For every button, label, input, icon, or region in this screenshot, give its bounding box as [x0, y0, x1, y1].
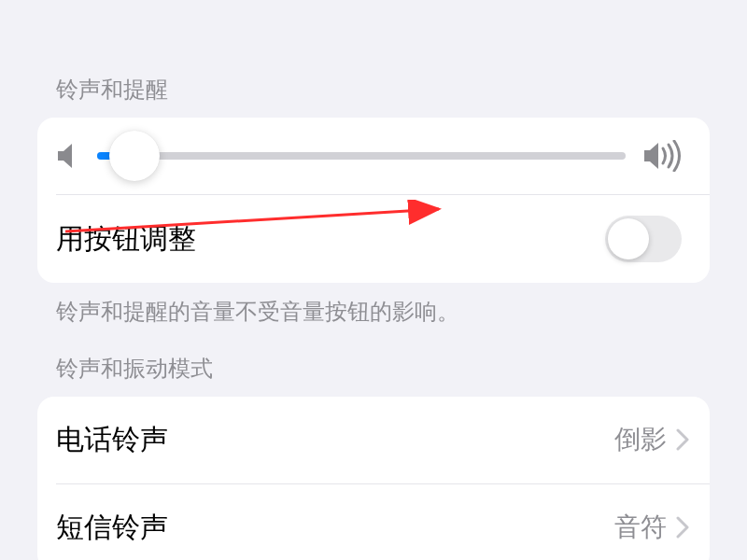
ringtone-value: 倒影 — [614, 422, 667, 457]
change-with-buttons-toggle[interactable] — [605, 216, 682, 262]
change-with-buttons-row: 用按钮调整 — [37, 195, 710, 283]
volume-low-icon — [56, 142, 80, 170]
row-right: 倒影 — [614, 422, 689, 457]
volume-high-icon — [642, 140, 682, 172]
section-header-ringer: 铃声和提醒 — [0, 75, 747, 118]
row-right: 音符 — [614, 510, 689, 545]
section-footer-ringer: 铃声和提醒的音量不受音量按钮的影响。 — [0, 283, 747, 328]
toggle-label: 用按钮调整 — [56, 220, 196, 259]
ringer-card: 用按钮调整 — [37, 118, 710, 283]
text-tone-value: 音符 — [614, 510, 667, 545]
volume-slider[interactable] — [97, 152, 626, 160]
volume-slider-row — [37, 118, 710, 194]
ringtone-label: 电话铃声 — [56, 421, 168, 459]
toggle-knob — [608, 218, 649, 259]
text-tone-row[interactable]: 短信铃声 音符 — [37, 484, 710, 560]
ringtone-card: 电话铃声 倒影 短信铃声 音符 — [37, 397, 710, 560]
volume-slider-thumb[interactable] — [109, 131, 160, 181]
ringtone-row[interactable]: 电话铃声 倒影 — [37, 397, 710, 483]
text-tone-label: 短信铃声 — [56, 509, 168, 547]
chevron-right-icon — [676, 516, 689, 539]
chevron-right-icon — [676, 428, 689, 451]
section-header-patterns: 铃声和振动模式 — [0, 354, 747, 397]
